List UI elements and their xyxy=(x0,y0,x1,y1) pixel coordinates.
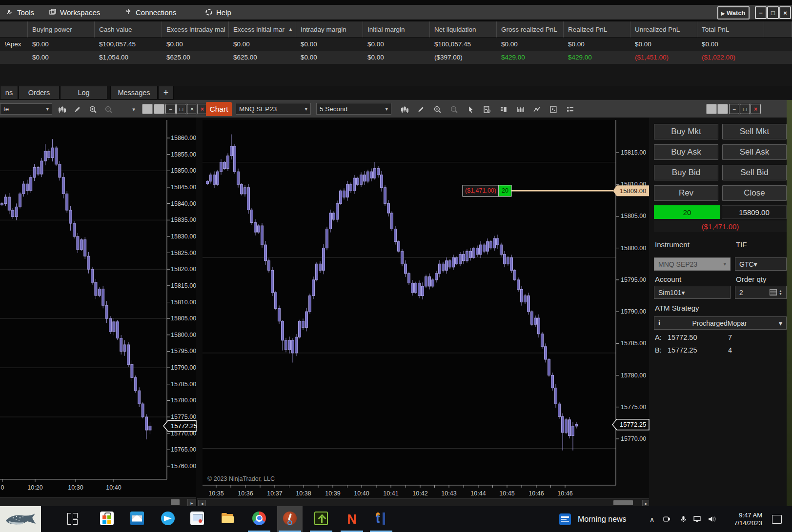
taskbar-app-share[interactable] xyxy=(308,506,334,532)
snapshot-icon[interactable] xyxy=(548,104,559,115)
panel-icon[interactable] xyxy=(498,104,509,115)
chart-style-icon[interactable] xyxy=(56,104,67,115)
microphone-icon[interactable] xyxy=(676,506,690,532)
window-tile-button[interactable] xyxy=(706,104,717,114)
taskbar-app-chrome[interactable] xyxy=(246,506,272,532)
title-bar-right: ▸ Watch − □ × xyxy=(0,5,792,20)
table-row[interactable]: !Apex$0.00$100,057.45$0.00$0.00$0.00$0.0… xyxy=(0,38,792,51)
interval-combo[interactable]: te ▾ xyxy=(0,103,52,115)
zoom-in-icon[interactable] xyxy=(431,104,443,115)
taskbar-app-thinkorswim[interactable]: t xyxy=(368,506,394,532)
add-tab-button[interactable]: + xyxy=(158,86,174,99)
column-header-Unrealized PnL[interactable]: Unrealized PnL xyxy=(630,21,697,38)
calculator-icon[interactable] xyxy=(770,289,777,296)
rev-button[interactable]: Rev xyxy=(654,185,718,201)
bar-analysis-icon[interactable] xyxy=(514,104,526,115)
display-icon[interactable] xyxy=(690,506,704,532)
maximize-button[interactable]: □ xyxy=(767,6,779,19)
sell-ask-button[interactable]: Sell Ask xyxy=(722,144,787,160)
minimize-button[interactable]: − xyxy=(755,6,767,19)
taskbar-app-ninjatrader[interactable]: N xyxy=(339,506,365,532)
zoom-out-icon[interactable] xyxy=(448,104,460,115)
column-header-Excess intraday mai[interactable]: Excess intraday mai xyxy=(162,21,229,38)
camera-icon[interactable] xyxy=(660,506,673,532)
close-button[interactable]: Close xyxy=(722,185,787,201)
column-header-blank[interactable] xyxy=(0,21,28,38)
chevron-down-icon[interactable]: ▾ xyxy=(128,104,140,115)
sell-bid-button[interactable]: Sell Bid xyxy=(722,165,787,180)
pencil-icon[interactable] xyxy=(71,104,83,115)
hidden-icons-chevron[interactable]: ∧ xyxy=(645,506,659,532)
scrollbar-thumb[interactable] xyxy=(613,500,633,505)
chart-style-icon[interactable] xyxy=(398,104,410,115)
taskbar-app-snip[interactable] xyxy=(277,506,303,532)
buy-ask-button[interactable]: Buy Ask xyxy=(654,144,718,160)
instrument-select[interactable]: MNQ SEP23▾ xyxy=(654,257,731,271)
scrollbar-thumb[interactable] xyxy=(171,499,180,505)
speaker-icon[interactable] xyxy=(705,506,718,532)
position-qty: 20 xyxy=(683,208,691,217)
taskbar-app-store[interactable] xyxy=(94,506,120,532)
clock[interactable]: 9:47 AM 7/14/2023 xyxy=(717,506,762,532)
taskbar-app-file-explorer[interactable] xyxy=(215,506,240,532)
window-tile-button[interactable] xyxy=(154,104,164,114)
taskbar-app-mail[interactable] xyxy=(124,506,150,532)
tab-ns[interactable]: ns xyxy=(0,86,18,99)
tab-messages[interactable]: Messages xyxy=(110,86,158,99)
scroll-left-arrow[interactable]: ◂ xyxy=(198,500,206,507)
news-widget-label[interactable]: Morning news xyxy=(578,506,641,532)
indicator-icon[interactable] xyxy=(531,104,543,115)
sell-mkt-button[interactable]: Sell Mkt xyxy=(722,124,787,139)
tab-log[interactable]: Log xyxy=(60,86,107,99)
column-header-Excess initial mar[interactable]: Excess initial mar▲ xyxy=(229,21,296,38)
atm-strategy-select[interactable]: i ProchargedMopar ▾ xyxy=(654,316,787,330)
buy-mkt-button[interactable]: Buy Mkt xyxy=(654,124,718,139)
taskbar-app-task-view[interactable] xyxy=(60,506,85,532)
maximize-button[interactable]: □ xyxy=(740,104,750,114)
column-header-Initial margin[interactable]: Initial margin xyxy=(363,21,430,38)
column-header-Intraday margin[interactable]: Intraday margin xyxy=(296,21,363,38)
account-select[interactable]: Sim101▾ xyxy=(654,286,731,299)
watch-button[interactable]: ▸ Watch xyxy=(717,6,750,20)
zoom-out-icon[interactable] xyxy=(102,104,114,115)
watch-label: Watch xyxy=(727,9,746,17)
column-header-Cash value[interactable]: Cash value xyxy=(95,21,162,38)
cursor-icon[interactable] xyxy=(465,104,476,115)
notification-center-icon[interactable] xyxy=(767,506,787,532)
pencil-icon[interactable] xyxy=(415,104,426,115)
spinner-arrows[interactable]: ▲▼ xyxy=(779,290,782,296)
tab-orders[interactable]: Orders xyxy=(19,86,60,99)
minimize-button[interactable]: − xyxy=(729,104,739,114)
order-qty-stepper[interactable]: 2 ▲▼ xyxy=(735,286,787,299)
window-tile-button[interactable] xyxy=(717,104,728,114)
column-header-Gross realized PnL[interactable]: Gross realized PnL xyxy=(497,21,564,38)
column-header-Realized PnL[interactable]: Realized PnL xyxy=(564,21,630,38)
scroll-right-arrow[interactable]: ▸ xyxy=(187,499,196,507)
chart-tab[interactable]: Chart xyxy=(206,102,232,116)
whale-shark-button[interactable] xyxy=(0,506,41,532)
instrument-combo[interactable]: MNQ SEP23▾ xyxy=(236,103,311,115)
tif-select[interactable]: GTC▾ xyxy=(735,257,787,271)
window-tile-button[interactable] xyxy=(142,104,153,114)
close-button[interactable]: × xyxy=(187,104,197,114)
taskbar-app-telegram[interactable] xyxy=(155,506,181,532)
list-icon[interactable] xyxy=(564,104,576,115)
interval-combo[interactable]: 5 Second▾ xyxy=(316,103,391,115)
buy-bid-button[interactable]: Buy Bid xyxy=(654,165,718,180)
column-header-Buying power[interactable]: Buying power xyxy=(28,21,95,38)
close-button[interactable]: × xyxy=(779,6,791,19)
news-widget-icon[interactable] xyxy=(556,506,574,532)
taskbar-app-screen-share[interactable] xyxy=(184,506,210,532)
spin-down-icon[interactable]: ▼ xyxy=(779,293,782,296)
horizontal-scrollbar[interactable]: ▸ xyxy=(0,497,196,507)
data-box-icon[interactable] xyxy=(481,104,493,115)
close-button[interactable]: × xyxy=(751,104,761,114)
zoom-in-icon[interactable] xyxy=(87,104,99,115)
column-header-Net liquidation[interactable]: Net liquidation xyxy=(430,21,497,38)
column-header-Total PnL[interactable]: Total PnL xyxy=(697,21,764,38)
table-row[interactable]: $0.00$1,054.00$625.00$625.00$0.00$0.00($… xyxy=(0,51,792,64)
info-icon[interactable]: i xyxy=(658,319,660,327)
minimize-button[interactable]: − xyxy=(165,104,176,114)
close-icon: × xyxy=(754,106,757,113)
maximize-button[interactable]: □ xyxy=(176,104,186,114)
